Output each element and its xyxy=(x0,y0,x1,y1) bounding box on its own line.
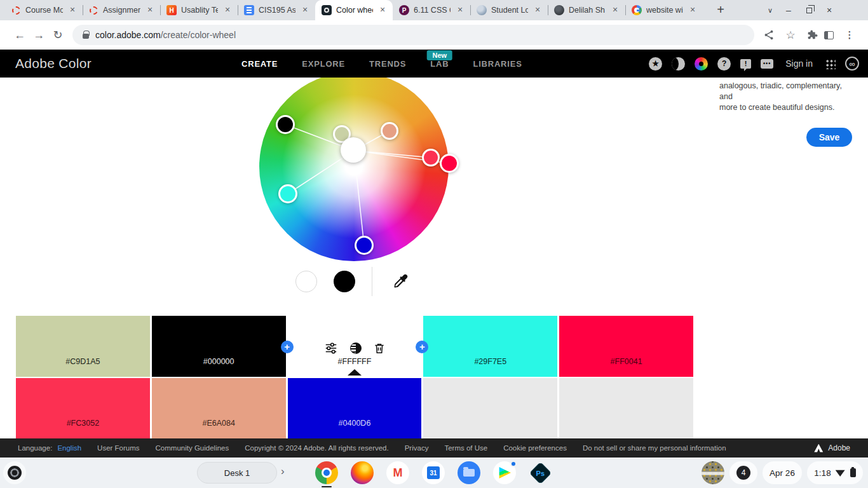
swatch-29f7e5[interactable]: #29F7E5 xyxy=(423,316,557,377)
forward-icon[interactable]: → xyxy=(29,25,48,44)
swatch-0400d6[interactable]: #0400D6 xyxy=(288,378,422,438)
refresh-icon[interactable]: ↻ xyxy=(48,25,67,44)
files-app-icon[interactable] xyxy=(458,461,480,484)
save-button[interactable]: Save xyxy=(806,128,852,147)
desk-switcher[interactable]: Desk 1 xyxy=(197,462,277,484)
new-tab-button[interactable]: + xyxy=(712,1,729,19)
bookmark-star-icon[interactable]: ☆ xyxy=(781,25,800,44)
swatch-e6a084[interactable]: #E6A084 xyxy=(152,378,286,438)
tab-close-icon[interactable]: × xyxy=(688,5,698,15)
contrast-theme-icon[interactable] xyxy=(672,57,685,71)
browser-tab-delilah[interactable]: Delilah Sh × xyxy=(548,0,625,20)
color-wheel-icon[interactable] xyxy=(695,57,708,71)
wheel-handle-blue[interactable] xyxy=(355,236,374,255)
browser-tab-color-wheel-active[interactable]: Color whee × xyxy=(315,0,393,20)
wheel-handle-black[interactable] xyxy=(276,115,295,134)
desk-next-chevron-icon[interactable]: › xyxy=(281,465,285,478)
add-swatch-left-button[interactable]: + xyxy=(281,341,294,353)
palette-row-1: #C9D1A5 #000000 + + #FFFFFF xyxy=(16,316,693,377)
wheel-handle-cyan[interactable] xyxy=(278,184,297,203)
photoshop-app-icon[interactable]: Ps xyxy=(529,461,552,484)
side-panel-icon[interactable] xyxy=(824,31,834,39)
tab-close-icon[interactable]: × xyxy=(67,5,78,15)
window-close-button[interactable]: × xyxy=(820,1,839,19)
tab-close-icon[interactable]: × xyxy=(222,5,233,15)
swatch-fc3052[interactable]: #FC3052 xyxy=(16,378,150,438)
footer-link-user-forums[interactable]: User Forums xyxy=(97,444,139,452)
share-icon[interactable] xyxy=(763,29,775,41)
browser-tab-usability[interactable]: H Usablity Te × xyxy=(160,0,238,20)
messages-icon[interactable]: ••• xyxy=(761,59,773,69)
new-badge: New xyxy=(427,50,453,60)
nav-create[interactable]: CREATE xyxy=(241,59,278,69)
creative-cloud-icon[interactable]: ∞ xyxy=(845,57,859,71)
wheel-handle-pink[interactable] xyxy=(422,149,440,166)
adobe-color-logo[interactable]: Adobe Color xyxy=(15,56,92,71)
swatch-ff0041[interactable]: #FF0041 xyxy=(559,316,693,377)
lock-icon[interactable] xyxy=(83,34,89,39)
language-link[interactable]: English xyxy=(57,444,81,452)
footer-link-privacy[interactable]: Privacy xyxy=(405,444,429,452)
tab-close-icon[interactable]: × xyxy=(532,5,543,15)
calendar-app-icon[interactable]: 31 xyxy=(422,461,445,484)
tab-close-icon[interactable]: × xyxy=(455,5,465,15)
swatch-c9d1a5[interactable]: #C9D1A5 xyxy=(16,316,150,377)
color-wheel[interactable] xyxy=(259,72,449,261)
play-store-app-icon[interactable] xyxy=(493,461,516,484)
tab-close-icon[interactable]: × xyxy=(377,5,388,15)
status-area[interactable]: 1:18 xyxy=(807,461,863,484)
tab-close-icon[interactable]: × xyxy=(145,5,155,15)
nav-explore[interactable]: EXPLORE xyxy=(302,59,345,69)
notification-count-badge: 4 xyxy=(736,466,750,480)
nav-trends[interactable]: TRENDS xyxy=(369,59,406,69)
footer-link-do-not-sell[interactable]: Do not sell or share my personal informa… xyxy=(583,444,726,452)
footer-link-cookie-preferences[interactable]: Cookie preferences xyxy=(503,444,567,452)
wheel-handle-red[interactable] xyxy=(440,154,459,173)
user-avatar[interactable] xyxy=(702,461,724,484)
white-shade-selector[interactable] xyxy=(295,271,317,292)
gmail-app-icon[interactable]: M xyxy=(386,461,409,484)
extensions-puzzle-icon[interactable] xyxy=(806,29,818,41)
back-icon[interactable]: ← xyxy=(10,25,29,44)
tab-close-icon[interactable]: × xyxy=(300,5,310,15)
sign-in-link[interactable]: Sign in xyxy=(785,58,813,69)
firefox-app-icon[interactable] xyxy=(351,461,374,484)
browser-tab-cis195[interactable]: CIS195 As × xyxy=(238,0,315,20)
swatch-000000[interactable]: #000000 xyxy=(152,316,286,377)
eyedropper-icon[interactable] xyxy=(391,273,409,290)
nav-libraries[interactable]: LIBRARIES xyxy=(473,59,522,69)
wheel-handle-center[interactable] xyxy=(341,137,366,163)
footer-link-terms[interactable]: Terms of Use xyxy=(444,444,487,452)
nav-lab[interactable]: LABNew xyxy=(430,59,449,69)
footer-link-community-guidelines[interactable]: Community Guidelines xyxy=(156,444,229,452)
swatch-ffffff-selected[interactable]: + + #FFFFFF xyxy=(288,316,422,377)
browser-tab-student-login[interactable]: Student Lo × xyxy=(470,0,548,20)
address-bar-input[interactable]: color.adobe.com/create/color-wheel xyxy=(72,25,754,45)
chrome-app-icon[interactable] xyxy=(315,461,338,484)
launcher-button[interactable] xyxy=(3,461,26,484)
browser-tab-assignments[interactable]: Assignmen × xyxy=(83,0,160,20)
wheel-handle-salmon[interactable] xyxy=(381,122,398,140)
trash-icon[interactable] xyxy=(373,342,386,355)
swatch-empty-1[interactable] xyxy=(423,378,557,438)
tab-close-icon[interactable]: × xyxy=(610,5,620,15)
notification-counter[interactable]: 4 xyxy=(729,461,757,484)
url-path: /create/color-wheel xyxy=(161,30,236,40)
window-restore-button[interactable] xyxy=(799,1,818,19)
filter-sliders-icon[interactable] xyxy=(323,341,339,355)
browser-tab-course-modules[interactable]: Course Mo × xyxy=(5,0,83,20)
help-icon[interactable]: ? xyxy=(717,57,731,71)
tab-search-chevron-icon[interactable]: ∨ xyxy=(763,6,778,15)
launcher-icon xyxy=(8,466,22,480)
browser-menu-kebab-icon[interactable]: ⋮ xyxy=(840,25,859,44)
swatch-empty-2[interactable] xyxy=(559,378,693,438)
browser-tab-website-search[interactable]: website wi × xyxy=(625,0,703,20)
black-shade-selector[interactable] xyxy=(334,271,355,292)
feedback-icon[interactable]: ! xyxy=(740,59,751,69)
favorite-star-icon[interactable]: ★ xyxy=(649,57,662,71)
window-minimize-button[interactable]: – xyxy=(779,1,798,19)
browser-tab-css-pearson[interactable]: P 6.11 CSS C × xyxy=(393,0,470,20)
date-display[interactable]: Apr 26 xyxy=(763,461,802,484)
apps-grid-icon[interactable] xyxy=(825,58,836,69)
contrast-check-icon[interactable] xyxy=(350,342,362,354)
